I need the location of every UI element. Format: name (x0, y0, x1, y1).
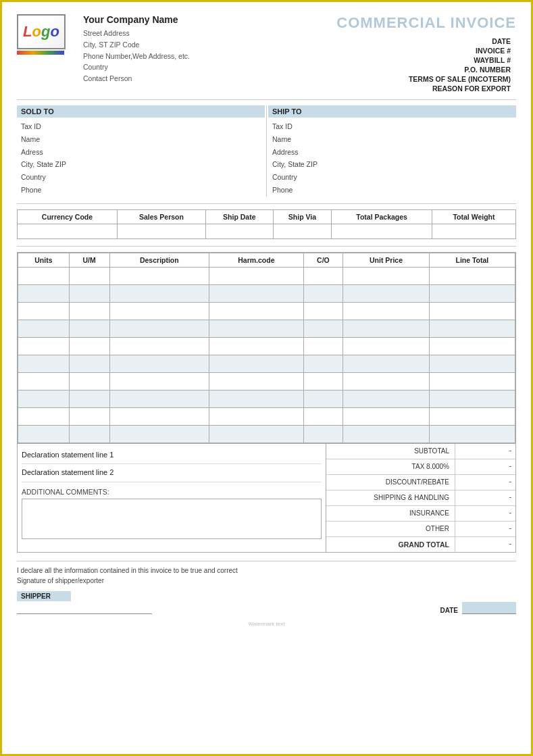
company-info: Your Company Name Street Address City, S… (83, 14, 300, 84)
total-row-item: DISCOUNT/REBATE- (326, 475, 515, 490)
shipping-table-header: Ship Via (273, 209, 332, 224)
invoice-field-label: TERMS OF SALE (INCOTERM) (409, 75, 511, 83)
signature-row: SHIPPER DATE (17, 591, 516, 614)
table-cell (343, 284, 430, 302)
logo-g: g (41, 23, 50, 41)
items-table-header: U/M (69, 253, 109, 267)
total-row-item: SUBTOTAL- (326, 444, 515, 459)
table-cell (303, 355, 342, 372)
sold-to-field: Name (17, 133, 265, 146)
items-outer: UnitsU/MDescriptionHarm.codeC/OUnit Pric… (17, 252, 516, 444)
date-label: DATE (440, 607, 458, 614)
table-cell (429, 390, 515, 407)
table-cell (343, 407, 430, 425)
table-cell (69, 355, 109, 372)
table-cell (69, 284, 109, 302)
declaration-line: Declaration statement line 2 (22, 464, 322, 482)
invoice-field-row: TERMS OF SALE (INCOTERM) (300, 75, 517, 83)
table-cell (343, 390, 430, 407)
invoice-field-label: DATE (430, 37, 511, 45)
date-block: DATE (440, 602, 516, 614)
total-row-item: INSURANCE- (326, 506, 515, 522)
table-cell (18, 372, 70, 390)
table-row (18, 372, 515, 390)
header-divider (17, 99, 516, 100)
table-cell (209, 320, 304, 337)
shipper-label: SHIPPER (17, 591, 71, 601)
total-label: INSURANCE (326, 506, 455, 521)
table-cell (69, 302, 109, 320)
header-section: Logo Your Company Name Street Address Ci… (17, 14, 516, 94)
table-cell (109, 355, 209, 372)
sold-to-field: City, State ZIP (17, 158, 265, 171)
table-cell (429, 372, 515, 390)
table-cell (18, 337, 70, 355)
total-value: - (455, 444, 515, 459)
table-cell (343, 372, 430, 390)
invoice-fields: DATEINVOICE #WAYBILL #P.O. NUMBERTERMS O… (300, 37, 517, 93)
table-row (18, 267, 515, 284)
table-row (18, 390, 515, 407)
items-table-header: Unit Price (343, 253, 430, 267)
company-contact: Contact Person (83, 73, 300, 84)
table-cell (343, 425, 430, 443)
table-cell (109, 267, 209, 284)
table-cell (429, 355, 515, 372)
table-cell (303, 390, 342, 407)
table-cell (69, 407, 109, 425)
sold-to-field: Phone (17, 184, 265, 197)
footer-sig-label: Signature of shipper/exporter (17, 577, 516, 584)
company-country: Country (83, 61, 300, 73)
shipper-sig-line (17, 613, 152, 614)
invoice-field-label: WAYBILL # (430, 56, 511, 64)
table-cell (109, 407, 209, 425)
total-label: SUBTOTAL (326, 444, 455, 459)
sold-to-block: SOLD TO Tax IDNameAdressCity, State ZIPC… (17, 105, 265, 197)
total-value: - (455, 459, 515, 474)
table-cell (69, 267, 109, 284)
table-row (18, 337, 515, 355)
table-cell (18, 284, 70, 302)
table-cell (429, 407, 515, 425)
invoice-field-row: P.O. NUMBER (300, 66, 517, 74)
currency-code-cell (18, 224, 118, 238)
declaration-lines: Declaration statement line 1Declaration … (22, 447, 322, 482)
ship-to-field: Address (268, 146, 516, 159)
shipping-divider (17, 246, 516, 247)
table-cell (429, 267, 515, 284)
ship-to-field: Country (268, 171, 516, 184)
table-cell (69, 372, 109, 390)
sold-to-field: Adress (17, 146, 265, 159)
sold-to-field: Tax ID (17, 120, 265, 133)
company-phone: Phone Number,Web Address, etc. (83, 51, 300, 62)
table-row (18, 425, 515, 443)
table-cell (209, 407, 304, 425)
table-cell (303, 337, 342, 355)
table-cell (109, 302, 209, 320)
shipping-table: Currency CodeSales PersonShip DateShip V… (17, 209, 516, 239)
total-row-item: GRAND TOTAL- (326, 537, 515, 553)
table-cell (209, 284, 304, 302)
invoice-field-row: DATE (300, 37, 517, 45)
table-cell (343, 302, 430, 320)
table-cell (429, 425, 515, 443)
table-cell (303, 425, 342, 443)
total-value: - (455, 506, 515, 521)
totals-wrapper: Declaration statement line 1Declaration … (17, 444, 516, 553)
table-cell (69, 320, 109, 337)
ship-date-cell (205, 224, 273, 238)
declarations-column: Declaration statement line 1Declaration … (18, 444, 326, 553)
table-cell (209, 267, 304, 284)
table-row (18, 284, 515, 302)
table-row (18, 407, 515, 425)
total-weight-cell (432, 224, 515, 238)
table-cell (18, 355, 70, 372)
date-box (462, 602, 516, 614)
total-value: - (455, 475, 515, 490)
table-cell (109, 372, 209, 390)
table-cell (109, 425, 209, 443)
watermark: Watermark text (17, 621, 516, 627)
invoice-field-label: INVOICE # (430, 47, 511, 55)
logo-o2: o (50, 23, 59, 41)
table-cell (109, 284, 209, 302)
